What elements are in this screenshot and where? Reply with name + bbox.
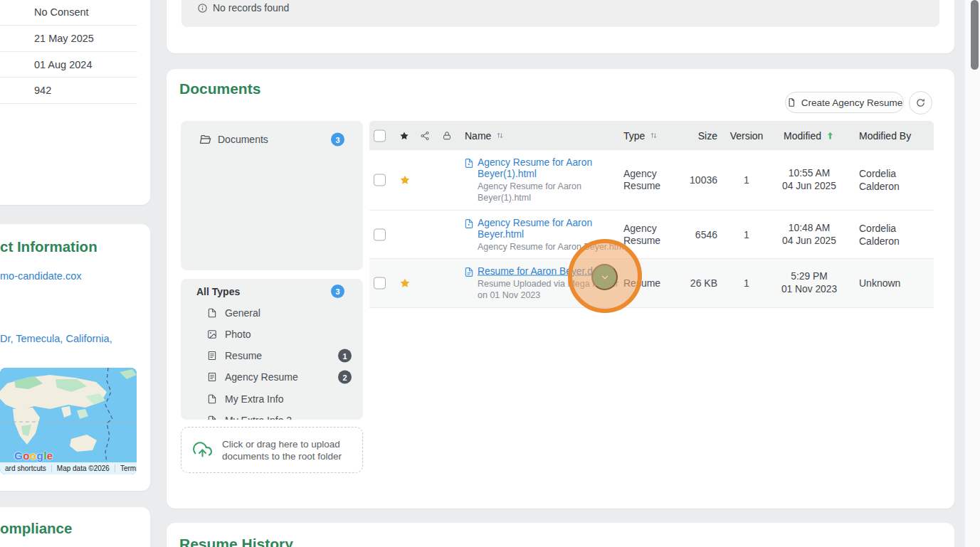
document-size: 6546 <box>650 229 717 240</box>
resume-icon <box>207 372 217 382</box>
resume-icon <box>207 351 217 361</box>
no-records-card: No records found <box>167 0 954 53</box>
type-count-badge: 2 <box>338 371 352 384</box>
profile-field-row: 21 May 2025 <box>0 26 137 52</box>
row-actions-dropdown-button[interactable] <box>591 264 618 290</box>
type-item-label: My Extra Info <box>225 393 283 405</box>
profile-fields: Stormie Haller No Consent 21 May 2025 01… <box>0 0 150 104</box>
lock-column-icon[interactable] <box>442 131 452 141</box>
create-agency-resume-button[interactable]: Create Agency Resume <box>785 92 904 113</box>
document-size: 10036 <box>650 174 717 186</box>
profile-value: 21 May 2025 <box>34 33 94 44</box>
select-all-checkbox[interactable] <box>374 129 386 142</box>
all-types-label: All Types <box>196 286 240 297</box>
document-version: 1 <box>724 277 769 289</box>
type-item-photo[interactable]: Photo <box>181 324 363 345</box>
document-modified: 10:48 AM 04 Jun 2025 <box>769 222 849 248</box>
type-item-label: My Extra Info 2 <box>225 415 292 420</box>
info-icon <box>197 3 208 14</box>
refresh-icon <box>915 97 926 108</box>
map-attribution-bar: ard shortcuts Map data ©2026 Terms <box>0 462 137 474</box>
docx-file-icon <box>464 267 474 280</box>
table-header: Name Type Size Version Modified Modified… <box>369 121 934 150</box>
map-terms-link[interactable]: Terms <box>115 464 137 472</box>
contact-heading: ct Information <box>0 238 98 255</box>
document-subtitle: Agency Resume for Aaron Beyer(1).html <box>478 181 623 203</box>
document-link[interactable]: Agency Resume for Aaron Beyer(1).html <box>478 157 623 180</box>
document-modified-by: Cordelia Calderon <box>859 167 924 193</box>
row-checkbox[interactable] <box>374 277 386 290</box>
profile-value: No Consent <box>34 6 89 18</box>
share-column-icon[interactable] <box>420 131 430 141</box>
type-item-my-extra-info-2[interactable]: My Extra Info 2 <box>181 410 363 420</box>
folder-icon <box>199 134 211 147</box>
document-modified-by: Unknown <box>859 277 924 290</box>
upload-text-line2: documents to the root folder <box>222 450 342 462</box>
column-header-size[interactable]: Size <box>650 130 717 142</box>
scrollbar-track[interactable] <box>965 0 980 547</box>
documents-card: Documents Create Agency Resume <box>167 69 954 509</box>
profile-card: ? Stormie Haller No Consent 21 May 2025 … <box>0 0 150 205</box>
sort-ascending-icon <box>826 131 835 140</box>
type-item-label: Agency Resume <box>225 371 298 383</box>
document-modified: 10:55 AM 04 Jun 2025 <box>769 167 849 193</box>
type-item-my-extra-info[interactable]: My Extra Info <box>181 388 363 410</box>
email-link[interactable]: mo-candidate.cox <box>0 270 81 282</box>
star-icon[interactable] <box>399 174 411 186</box>
resume-history-heading: Resume History <box>179 536 293 547</box>
type-filter-panel: All Types 3 General Photo Resume <box>181 279 363 420</box>
document-link[interactable]: Agency Resume for Aaron Beyer.html <box>478 217 623 240</box>
file-icon <box>207 415 217 420</box>
star-column-icon[interactable] <box>399 131 409 141</box>
column-header-version[interactable]: Version <box>724 130 769 142</box>
compliance-card: ompliance <box>0 507 150 547</box>
document-subtitle: Agency Resume for Aaron Beyer.html <box>478 240 623 252</box>
table-row[interactable]: Agency Resume for Aaron Beyer.html Agenc… <box>369 211 934 259</box>
folder-item-documents[interactable]: Documents 3 <box>181 127 363 152</box>
upload-cloud-icon <box>193 440 212 460</box>
profile-field-row: No Consent <box>0 0 137 26</box>
keyboard-shortcuts-link[interactable]: ard shortcuts <box>0 464 51 472</box>
map-data-attribution: Map data ©2026 <box>51 464 115 472</box>
profile-value: 01 Aug 2024 <box>34 59 92 70</box>
page: ? Stormie Haller No Consent 21 May 2025 … <box>0 0 980 547</box>
type-item-label: Resume <box>225 350 262 361</box>
column-header-modified[interactable]: Modified <box>769 129 849 142</box>
table-row[interactable]: Resume for Aaron Beyer.docx Resume Uploa… <box>369 259 934 308</box>
contact-card: ct Information mo-candidate.cox Dr, Teme… <box>0 224 150 491</box>
documents-table: Name Type Size Version Modified Modified… <box>369 121 934 308</box>
resume-history-card: Resume History <box>167 523 954 547</box>
document-version: 1 <box>724 229 769 240</box>
refresh-button[interactable] <box>909 91 932 115</box>
image-icon <box>207 329 217 339</box>
star-icon[interactable] <box>399 277 411 289</box>
type-item-general[interactable]: General <box>181 302 363 324</box>
upload-dropzone[interactable]: Click or drag here to upload documents t… <box>181 427 363 473</box>
no-records-box: No records found <box>181 0 939 27</box>
row-checkbox[interactable] <box>374 228 386 240</box>
html-file-icon <box>464 159 474 171</box>
folder-count-badge: 3 <box>331 133 344 147</box>
create-agency-resume-label: Create Agency Resume <box>801 97 903 108</box>
sort-icon <box>495 131 505 140</box>
profile-field-row: 01 Aug 2024 <box>0 52 137 78</box>
document-size: 26 KB <box>650 277 717 289</box>
type-count-badge: 1 <box>338 349 352 363</box>
type-item-agency-resume[interactable]: Agency Resume 2 <box>181 366 363 388</box>
scrollbar-thumb[interactable] <box>971 0 979 70</box>
table-row[interactable]: Agency Resume for Aaron Beyer(1).html Ag… <box>369 150 934 211</box>
column-header-name[interactable]: Name <box>465 130 505 142</box>
chevron-down-icon <box>600 272 610 282</box>
type-item-label: General <box>225 307 260 319</box>
type-item-label: Photo <box>225 329 251 340</box>
type-filter-all[interactable]: All Types 3 <box>196 285 347 299</box>
document-icon <box>786 97 796 107</box>
type-item-resume[interactable]: Resume 1 <box>181 345 363 366</box>
document-version: 1 <box>724 174 769 186</box>
address-link[interactable]: Dr, Temecula, California, <box>0 333 112 344</box>
row-checkbox[interactable] <box>374 174 386 186</box>
file-icon <box>207 394 217 404</box>
google-logo: Google <box>14 450 53 462</box>
location-map[interactable]: Google ard shortcuts Map data ©2026 Term… <box>0 368 137 474</box>
column-header-modified-by[interactable]: Modified By <box>859 129 924 142</box>
